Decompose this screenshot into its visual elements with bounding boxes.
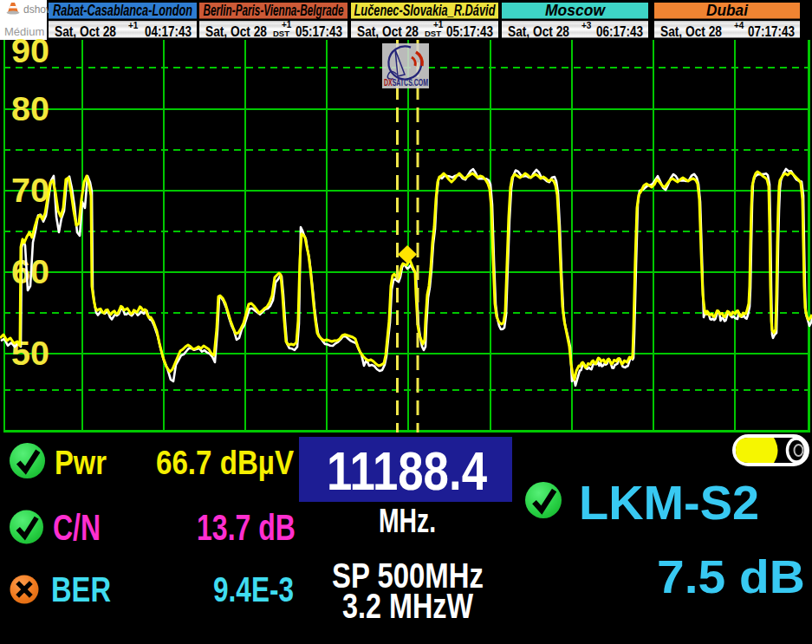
svg-text:Rabat-Casablanca-London: Rabat-Casablanca-London (53, 2, 192, 19)
svg-text:80: 80 (11, 91, 49, 127)
svg-text:06:17:43: 06:17:43 (596, 23, 643, 40)
svg-text:9.4E-3: 9.4E-3 (213, 570, 294, 608)
svg-text:DST: DST (273, 29, 289, 38)
svg-text:66.7 dBµV: 66.7 dBµV (156, 445, 295, 481)
svg-text:11188.4: 11188.4 (327, 440, 487, 501)
svg-text:C/N: C/N (53, 507, 101, 548)
svg-text:Berlin-Paris-Vienna-Belgrade: Berlin-Paris-Vienna-Belgrade (204, 2, 344, 19)
svg-text:70: 70 (11, 172, 49, 209)
svg-text:13.7 dB: 13.7 dB (197, 507, 296, 548)
svg-text:07:17:43: 07:17:43 (748, 23, 795, 40)
svg-text:90: 90 (11, 33, 49, 69)
svg-text:04:17:43: 04:17:43 (145, 23, 192, 40)
svg-text:Sat, Oct 28: Sat, Oct 28 (357, 23, 419, 40)
svg-text:Sat, Oct 28: Sat, Oct 28 (660, 23, 722, 40)
svg-text:05:17:43: 05:17:43 (296, 23, 342, 40)
svg-text:BER: BER (51, 570, 111, 608)
svg-text:DXSATCS.COM: DXSATCS.COM (384, 77, 428, 88)
svg-text:7.5 dB: 7.5 dB (657, 551, 805, 602)
svg-text:3.2 MHzW: 3.2 MHzW (342, 587, 473, 625)
svg-text:Moscow: Moscow (545, 2, 606, 19)
svg-text:05:17:43: 05:17:43 (446, 23, 493, 40)
svg-text:+4: +4 (734, 21, 744, 30)
svg-text:+3: +3 (581, 21, 592, 30)
svg-text:LKM-S2: LKM-S2 (579, 475, 759, 530)
svg-text:DST: DST (425, 29, 441, 38)
svg-text:+1: +1 (128, 21, 139, 30)
svg-text:Lučenec-Slovakia_R.Dávid: Lučenec-Slovakia_R.Dávid (354, 2, 497, 19)
svg-text:Sat, Oct 28: Sat, Oct 28 (205, 23, 267, 40)
svg-text:MHz.: MHz. (379, 502, 436, 539)
svg-text:Dubai: Dubai (706, 2, 749, 19)
svg-text:Sat, Oct 28: Sat, Oct 28 (55, 23, 116, 40)
svg-text:Pwr: Pwr (55, 445, 107, 481)
svg-text:Sat, Oct 28: Sat, Oct 28 (508, 23, 569, 40)
